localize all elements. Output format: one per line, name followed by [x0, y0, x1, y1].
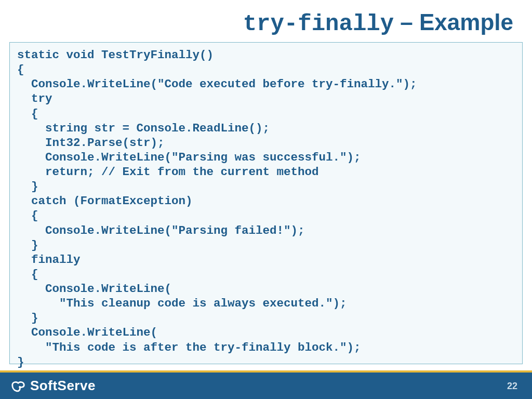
page-number: 22	[507, 381, 517, 392]
slide: try-finally – Example static void TestTr…	[0, 0, 532, 399]
title-mono: try-finally	[243, 11, 394, 37]
code-block: static void TestTryFinally() { Console.W…	[9, 42, 523, 364]
brand-text: SoftServe	[30, 378, 96, 394]
brand-logo-icon	[10, 378, 26, 394]
slide-title: try-finally – Example	[0, 0, 532, 42]
brand: SoftServe	[10, 378, 96, 394]
title-rest: Example	[419, 9, 513, 35]
footer-bar: SoftServe 22	[0, 373, 532, 399]
slide-footer: SoftServe 22	[0, 371, 532, 399]
title-dash: –	[394, 9, 419, 35]
code-content: static void TestTryFinally() { Console.W…	[17, 48, 515, 369]
